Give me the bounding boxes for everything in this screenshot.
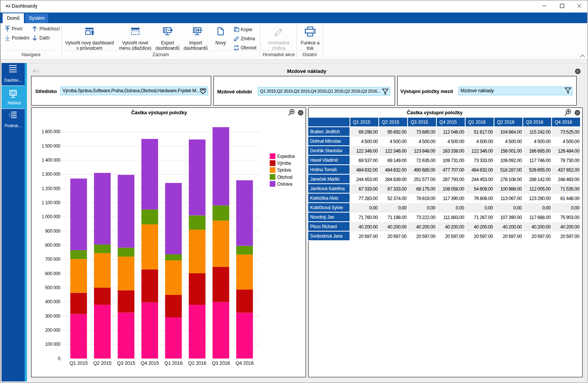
svg-text:600 000: 600 000: [45, 271, 61, 276]
svg-text:100 000: 100 000: [45, 342, 61, 347]
svg-text:800 000: 800 000: [45, 243, 61, 248]
svg-text:Správa: Správa: [277, 167, 291, 173]
svg-text:Výroba: Výroba: [277, 161, 291, 166]
svg-text:1 600 000: 1 600 000: [42, 129, 61, 134]
svg-text:200 000: 200 000: [45, 328, 61, 333]
svg-text:Q3 2016: Q3 2016: [212, 360, 230, 366]
svg-text:0: 0: [58, 356, 61, 361]
svg-text:900 000: 900 000: [45, 229, 61, 234]
svg-text:Q3 2015: Q3 2015: [117, 360, 135, 366]
svg-text:300 000: 300 000: [45, 314, 61, 319]
svg-text:1 200 000: 1 200 000: [42, 186, 61, 191]
svg-text:1 100 000: 1 100 000: [42, 200, 61, 205]
svg-text:Q1 2015: Q1 2015: [70, 360, 88, 366]
svg-text:1 500 000: 1 500 000: [42, 143, 61, 149]
svg-text:Q4 2015: Q4 2015: [141, 360, 159, 366]
svg-text:Q2 2015: Q2 2015: [93, 360, 111, 366]
svg-text:700 000: 700 000: [45, 257, 61, 262]
svg-text:Ostrava: Ostrava: [277, 181, 293, 187]
svg-text:1 300 000: 1 300 000: [42, 172, 61, 177]
svg-text:Q2 2016: Q2 2016: [188, 360, 206, 366]
svg-text:400 000: 400 000: [45, 299, 61, 304]
svg-text:Q4 2016: Q4 2016: [235, 360, 254, 366]
svg-text:500 000: 500 000: [45, 285, 61, 290]
svg-text:Obchod: Obchod: [277, 175, 292, 180]
svg-text:1 000 000: 1 000 000: [42, 214, 61, 219]
svg-text:1 400 000: 1 400 000: [42, 158, 61, 163]
svg-text:Q1 2016: Q1 2016: [165, 360, 183, 366]
svg-text:Expedice: Expedice: [277, 154, 295, 159]
